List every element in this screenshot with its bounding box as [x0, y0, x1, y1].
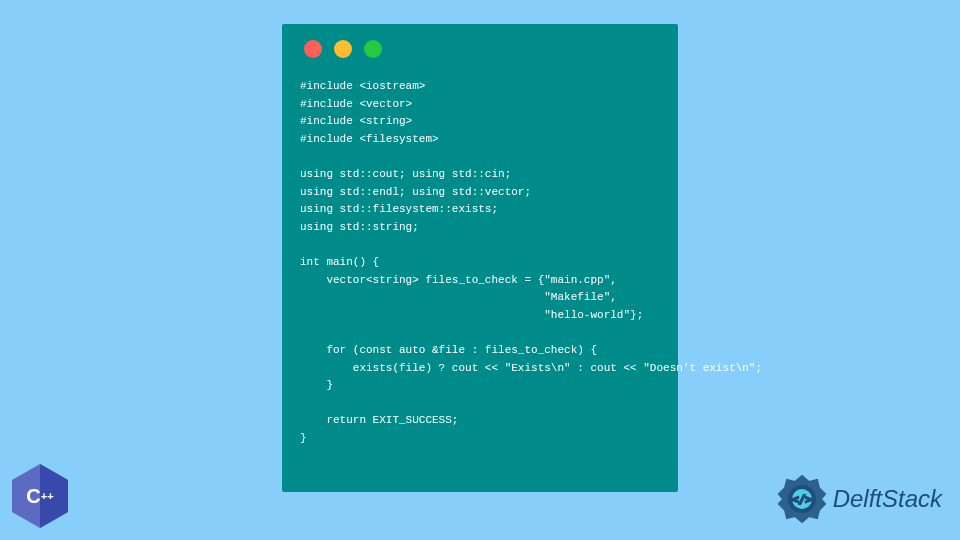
cpp-logo-text: C++ — [8, 485, 72, 508]
code-block: #include <iostream> #include <vector> #i… — [300, 78, 660, 447]
cpp-logo: C++ — [8, 460, 72, 532]
traffic-lights — [300, 40, 660, 58]
close-icon — [304, 40, 322, 58]
minimize-icon — [334, 40, 352, 58]
brand: </> DelftStack — [775, 472, 942, 526]
code-window: #include <iostream> #include <vector> #i… — [282, 24, 678, 492]
brand-logo-icon: </> — [775, 472, 829, 526]
brand-name: DelftStack — [833, 485, 942, 513]
maximize-icon — [364, 40, 382, 58]
svg-text:</>: </> — [792, 493, 812, 506]
